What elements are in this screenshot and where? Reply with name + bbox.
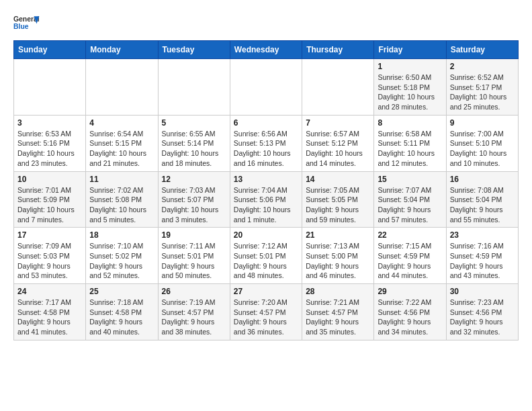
- calendar-cell: 18Sunrise: 7:10 AM Sunset: 5:02 PM Dayli…: [86, 228, 158, 284]
- day-info: Sunrise: 6:56 AM Sunset: 5:13 PM Dayligh…: [234, 129, 298, 169]
- calendar-week-row: 10Sunrise: 7:01 AM Sunset: 5:09 PM Dayli…: [14, 171, 519, 228]
- calendar-week-row: 24Sunrise: 7:17 AM Sunset: 4:58 PM Dayli…: [14, 284, 519, 340]
- weekday-header: Thursday: [302, 41, 374, 59]
- day-info: Sunrise: 7:21 AM Sunset: 4:57 PM Dayligh…: [306, 298, 370, 337]
- calendar-cell: 30Sunrise: 7:23 AM Sunset: 4:56 PM Dayli…: [446, 284, 518, 340]
- calendar-cell: 23Sunrise: 7:16 AM Sunset: 4:59 PM Dayli…: [446, 228, 518, 284]
- calendar-cell: 4Sunrise: 6:54 AM Sunset: 5:15 PM Daylig…: [86, 115, 158, 171]
- day-number: 10: [17, 175, 82, 184]
- day-number: 28: [306, 287, 370, 296]
- calendar-cell: 11Sunrise: 7:02 AM Sunset: 5:08 PM Dayli…: [86, 171, 158, 228]
- day-number: 23: [450, 230, 515, 240]
- calendar-cell: 27Sunrise: 7:20 AM Sunset: 4:57 PM Dayli…: [230, 284, 302, 340]
- day-number: 3: [17, 118, 82, 128]
- calendar-cell: 12Sunrise: 7:03 AM Sunset: 5:07 PM Dayli…: [158, 171, 230, 228]
- calendar-week-row: 3Sunrise: 6:53 AM Sunset: 5:16 PM Daylig…: [14, 115, 519, 171]
- day-number: 6: [234, 118, 298, 128]
- calendar-cell: 20Sunrise: 7:12 AM Sunset: 5:01 PM Dayli…: [230, 228, 302, 284]
- day-number: 12: [162, 175, 226, 184]
- day-number: 25: [89, 287, 154, 296]
- calendar-cell: [14, 59, 86, 116]
- day-number: 9: [450, 118, 515, 128]
- weekday-header: Wednesday: [230, 41, 302, 59]
- calendar-cell: 7Sunrise: 6:57 AM Sunset: 5:12 PM Daylig…: [302, 115, 374, 171]
- day-number: 7: [306, 118, 370, 128]
- calendar-cell: 21Sunrise: 7:13 AM Sunset: 5:00 PM Dayli…: [302, 228, 374, 284]
- calendar-week-row: 17Sunrise: 7:09 AM Sunset: 5:03 PM Dayli…: [14, 228, 519, 284]
- calendar-cell: 13Sunrise: 7:04 AM Sunset: 5:06 PM Dayli…: [230, 171, 302, 228]
- calendar-cell: 25Sunrise: 7:18 AM Sunset: 4:58 PM Dayli…: [86, 284, 158, 340]
- day-number: 21: [306, 230, 370, 240]
- day-info: Sunrise: 7:04 AM Sunset: 5:06 PM Dayligh…: [234, 185, 298, 225]
- calendar-cell: 29Sunrise: 7:22 AM Sunset: 4:56 PM Dayli…: [374, 284, 446, 340]
- day-info: Sunrise: 7:08 AM Sunset: 5:04 PM Dayligh…: [450, 185, 515, 225]
- day-info: Sunrise: 6:58 AM Sunset: 5:11 PM Dayligh…: [378, 129, 442, 169]
- calendar-cell: 28Sunrise: 7:21 AM Sunset: 4:57 PM Dayli…: [302, 284, 374, 340]
- calendar-table: SundayMondayTuesdayWednesdayThursdayFrid…: [13, 40, 519, 340]
- calendar-cell: 5Sunrise: 6:55 AM Sunset: 5:14 PM Daylig…: [158, 115, 230, 171]
- day-number: 20: [234, 230, 298, 240]
- calendar-cell: 8Sunrise: 6:58 AM Sunset: 5:11 PM Daylig…: [374, 115, 446, 171]
- calendar-cell: 15Sunrise: 7:07 AM Sunset: 5:04 PM Dayli…: [374, 171, 446, 228]
- day-info: Sunrise: 7:15 AM Sunset: 4:59 PM Dayligh…: [378, 241, 442, 281]
- day-info: Sunrise: 7:11 AM Sunset: 5:01 PM Dayligh…: [162, 241, 226, 281]
- day-number: 19: [162, 230, 226, 240]
- page-header: GeneralBlue: [13, 13, 519, 34]
- day-info: Sunrise: 6:53 AM Sunset: 5:16 PM Dayligh…: [17, 129, 82, 169]
- day-number: 22: [378, 230, 442, 240]
- day-info: Sunrise: 7:00 AM Sunset: 5:10 PM Dayligh…: [450, 129, 515, 169]
- day-number: 11: [89, 175, 154, 184]
- weekday-header: Sunday: [14, 41, 86, 59]
- day-number: 17: [17, 230, 82, 240]
- calendar-header: SundayMondayTuesdayWednesdayThursdayFrid…: [14, 41, 519, 59]
- day-info: Sunrise: 6:54 AM Sunset: 5:15 PM Dayligh…: [89, 129, 154, 169]
- day-info: Sunrise: 7:19 AM Sunset: 4:57 PM Dayligh…: [162, 298, 226, 337]
- day-number: 24: [17, 287, 82, 296]
- day-info: Sunrise: 7:09 AM Sunset: 5:03 PM Dayligh…: [17, 241, 82, 281]
- day-info: Sunrise: 7:20 AM Sunset: 4:57 PM Dayligh…: [234, 298, 298, 337]
- day-info: Sunrise: 7:16 AM Sunset: 4:59 PM Dayligh…: [450, 241, 515, 281]
- calendar-cell: [86, 59, 158, 116]
- header-row: SundayMondayTuesdayWednesdayThursdayFrid…: [14, 41, 519, 59]
- weekday-header: Saturday: [446, 41, 518, 59]
- weekday-header: Tuesday: [158, 41, 230, 59]
- day-info: Sunrise: 7:17 AM Sunset: 4:58 PM Dayligh…: [17, 298, 82, 337]
- day-number: 8: [378, 118, 442, 128]
- day-info: Sunrise: 7:07 AM Sunset: 5:04 PM Dayligh…: [378, 185, 442, 225]
- day-number: 18: [89, 230, 154, 240]
- day-info: Sunrise: 7:23 AM Sunset: 4:56 PM Dayligh…: [450, 298, 515, 337]
- calendar-week-row: 1Sunrise: 6:50 AM Sunset: 5:18 PM Daylig…: [14, 59, 519, 116]
- day-info: Sunrise: 7:01 AM Sunset: 5:09 PM Dayligh…: [17, 185, 82, 225]
- calendar-cell: 2Sunrise: 6:52 AM Sunset: 5:17 PM Daylig…: [446, 59, 518, 116]
- calendar-cell: 19Sunrise: 7:11 AM Sunset: 5:01 PM Dayli…: [158, 228, 230, 284]
- day-number: 13: [234, 175, 298, 184]
- day-number: 30: [450, 287, 515, 296]
- day-number: 14: [306, 175, 370, 184]
- calendar-cell: [158, 59, 230, 116]
- day-number: 16: [450, 175, 515, 184]
- calendar-cell: 22Sunrise: 7:15 AM Sunset: 4:59 PM Dayli…: [374, 228, 446, 284]
- day-number: 1: [378, 62, 442, 71]
- calendar-cell: [302, 59, 374, 116]
- day-info: Sunrise: 7:03 AM Sunset: 5:07 PM Dayligh…: [162, 185, 226, 225]
- calendar-cell: 9Sunrise: 7:00 AM Sunset: 5:10 PM Daylig…: [446, 115, 518, 171]
- day-info: Sunrise: 7:22 AM Sunset: 4:56 PM Dayligh…: [378, 298, 442, 337]
- day-info: Sunrise: 6:57 AM Sunset: 5:12 PM Dayligh…: [306, 129, 370, 169]
- day-info: Sunrise: 6:52 AM Sunset: 5:17 PM Dayligh…: [450, 73, 515, 112]
- svg-text:Blue: Blue: [13, 23, 29, 30]
- day-number: 27: [234, 287, 298, 296]
- day-number: 2: [450, 62, 515, 71]
- calendar-cell: 10Sunrise: 7:01 AM Sunset: 5:09 PM Dayli…: [14, 171, 86, 228]
- calendar-cell: 1Sunrise: 6:50 AM Sunset: 5:18 PM Daylig…: [374, 59, 446, 116]
- day-number: 29: [378, 287, 442, 296]
- day-number: 26: [162, 287, 226, 296]
- day-info: Sunrise: 7:12 AM Sunset: 5:01 PM Dayligh…: [234, 241, 298, 281]
- day-info: Sunrise: 7:02 AM Sunset: 5:08 PM Dayligh…: [89, 185, 154, 225]
- day-info: Sunrise: 7:10 AM Sunset: 5:02 PM Dayligh…: [89, 241, 154, 281]
- calendar-cell: 3Sunrise: 6:53 AM Sunset: 5:16 PM Daylig…: [14, 115, 86, 171]
- calendar-cell: 14Sunrise: 7:05 AM Sunset: 5:05 PM Dayli…: [302, 171, 374, 228]
- day-info: Sunrise: 7:05 AM Sunset: 5:05 PM Dayligh…: [306, 185, 370, 225]
- day-number: 15: [378, 175, 442, 184]
- day-number: 4: [89, 118, 154, 128]
- calendar-cell: 6Sunrise: 6:56 AM Sunset: 5:13 PM Daylig…: [230, 115, 302, 171]
